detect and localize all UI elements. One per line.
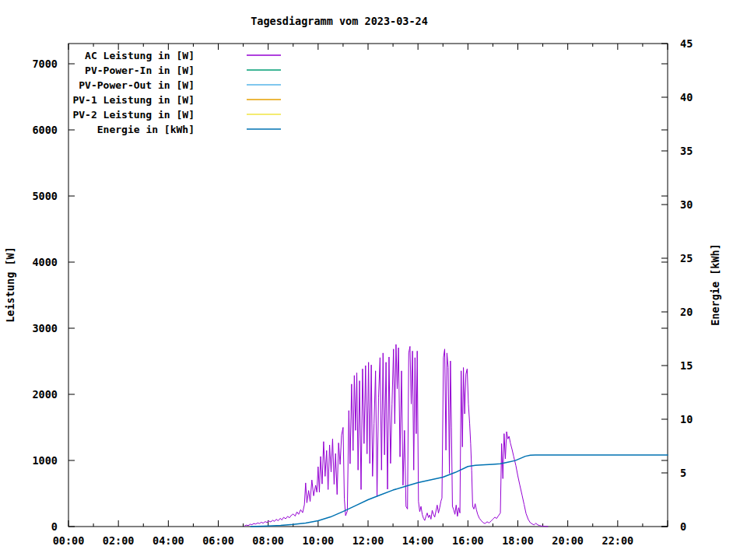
x-tick-label: 22:00 (602, 534, 634, 547)
y-right-tick-label: 45 (680, 37, 693, 50)
legend: AC Leistung in [W]PV-Power-In in [W]PV-P… (72, 50, 281, 135)
y-right-tick-label: 40 (680, 91, 693, 103)
y-left-tick-label: 2000 (32, 388, 58, 401)
y-right-tick-label: 5 (680, 467, 686, 479)
legend-label: PV-Power-Out in [W] (79, 79, 195, 91)
x-tick-label: 18:00 (502, 534, 534, 547)
x-tick-label: 08:00 (252, 534, 284, 547)
y-right-tick-label: 0 (680, 520, 686, 533)
legend-label: AC Leistung in [W] (85, 50, 195, 61)
y-left-tick-label: 4000 (32, 256, 58, 268)
y-left-tick-label: 5000 (32, 190, 58, 202)
x-tick-label: 16:00 (452, 534, 484, 547)
x-tick-label: 06:00 (202, 534, 234, 547)
legend-label: PV-2 Leistung in [W] (72, 109, 195, 121)
x-tick-label: 20:00 (552, 534, 584, 547)
x-tick-label: 14:00 (402, 534, 434, 547)
y-left-tick-label: 6000 (32, 124, 58, 136)
legend-label: PV-1 Leistung in [W] (72, 94, 195, 106)
x-tick-label: 10:00 (303, 534, 335, 547)
y-right-tick-label: 15 (680, 359, 693, 372)
x-tick-label: 12:00 (352, 534, 384, 547)
y-left-tick-label: 3000 (32, 322, 58, 334)
chart: Tagesdiagramm vom 2023-03-24 Leistung [W… (0, 0, 747, 560)
y-left-tick-label: 0 (51, 520, 58, 533)
y-right-tick-label: 10 (680, 413, 693, 425)
legend-label: PV-Power-In in [W] (85, 65, 195, 76)
y-right-tick-label: 30 (680, 198, 693, 211)
y-right-axis-label: Energie [kWh] (709, 243, 721, 326)
y-right-tick-label: 20 (680, 306, 693, 318)
y-right-tick-label: 35 (680, 145, 693, 157)
y-left-tick-label: 7000 (32, 58, 58, 70)
series-line-ac-leistung-in-w (244, 345, 548, 527)
plot-series (244, 345, 668, 527)
y-left-axis-label: Leistung [W] (4, 247, 16, 323)
chart-page: Tagesdiagramm vom 2023-03-24 Leistung [W… (0, 0, 747, 560)
legend-label: Energie in [kWh] (97, 124, 195, 135)
chart-title: Tagesdiagramm vom 2023-03-24 (251, 15, 428, 27)
y-left-tick-label: 1000 (32, 454, 58, 467)
x-tick-label: 00:00 (53, 534, 85, 547)
x-tick-label: 04:00 (153, 534, 184, 547)
x-tick-label: 02:00 (103, 534, 135, 547)
y-right-tick-label: 25 (680, 252, 693, 264)
